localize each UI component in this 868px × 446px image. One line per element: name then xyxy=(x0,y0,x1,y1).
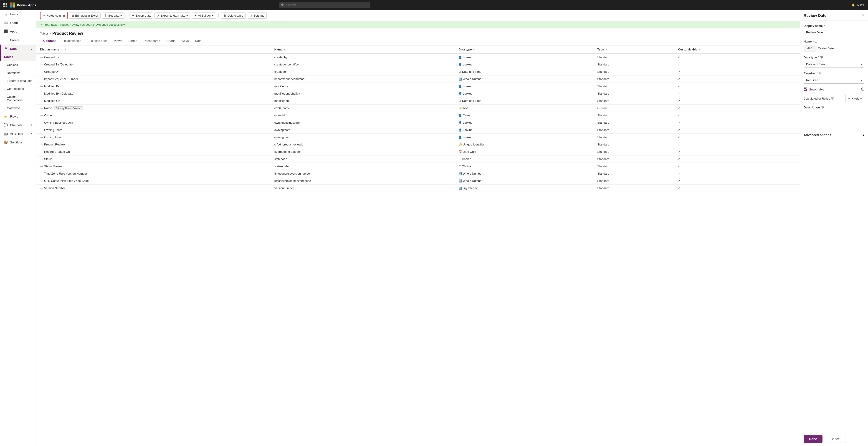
sidebar-item-ai-builder[interactable]: 🤖 AI Builder ▼ xyxy=(0,129,36,138)
notification-icon[interactable]: 🔔 xyxy=(851,3,855,7)
cell-customizable: ✓ xyxy=(674,90,800,97)
col-header-display-name[interactable]: Display name ↑↓▼ xyxy=(36,45,271,54)
row-more-icon[interactable]: ··· xyxy=(40,93,43,95)
data-type-select[interactable]: Date and Time Date Only Text Whole Numbe… xyxy=(804,61,864,68)
sidebar-item-gateways[interactable]: Gateways xyxy=(0,104,36,112)
col-header-customizable[interactable]: Customizable ▼ xyxy=(674,45,800,54)
edit-excel-button[interactable]: ⊞ Edit data in Excel xyxy=(69,12,100,19)
row-more-icon[interactable]: ··· xyxy=(40,63,43,66)
microsoft-logo xyxy=(10,2,15,7)
table-row: ··· Time Zone Rule Version Numbertimezon… xyxy=(36,170,800,177)
cell-name: modifiedonbehalfby xyxy=(271,90,455,97)
search-input[interactable] xyxy=(279,2,370,8)
add-column-button[interactable]: ＋ + Add column xyxy=(40,12,68,19)
tab-forms[interactable]: Forms xyxy=(125,37,140,45)
cell-display-name: ··· Modified On xyxy=(36,97,271,105)
panel-close-button[interactable]: × xyxy=(862,13,864,18)
row-more-icon[interactable]: ··· xyxy=(40,136,43,139)
row-more-icon[interactable]: ··· xyxy=(40,158,43,161)
description-info-icon[interactable]: ⓘ xyxy=(821,105,824,109)
cell-type: Standard xyxy=(594,54,674,61)
sidebar-item-flows[interactable]: ⚡ Flows xyxy=(0,112,36,121)
tab-views[interactable]: Views xyxy=(111,37,125,45)
cell-name: createdby xyxy=(271,54,455,61)
add-calc-button[interactable]: ＋ + Add ▾ xyxy=(845,95,864,102)
required-select[interactable]: Required Optional xyxy=(804,77,864,84)
tab-data[interactable]: Data xyxy=(192,37,205,45)
export-data-button[interactable]: ↦ Export data xyxy=(129,12,153,19)
home-icon: ⌂ xyxy=(4,12,8,16)
description-textarea[interactable] xyxy=(804,111,864,129)
description-group: Description ⓘ xyxy=(804,105,864,130)
name-suffix-input[interactable] xyxy=(816,45,864,52)
add-column-label: + Add column xyxy=(47,14,65,17)
row-more-icon[interactable]: ··· xyxy=(40,78,43,80)
sidebar-item-solutions[interactable]: 📦 Solutions xyxy=(0,138,36,147)
col-header-type[interactable]: Type ▼ xyxy=(594,45,674,54)
row-more-icon[interactable]: ··· xyxy=(40,100,43,102)
row-more-icon[interactable]: ··· xyxy=(40,151,43,153)
tab-relationships[interactable]: Relationships xyxy=(60,37,85,45)
sidebar-item-custom-connectors[interactable]: Custom Connectors xyxy=(0,93,36,104)
data-type-select-wrap: Date and Time Date Only Text Whole Numbe… xyxy=(804,61,864,68)
col-header-data-type[interactable]: Data type ▼ xyxy=(455,45,594,54)
row-more-icon[interactable]: ··· xyxy=(40,143,43,146)
data-type-info-icon[interactable]: ⓘ xyxy=(820,56,823,59)
chatbots-expand-icon: ▼ xyxy=(30,124,33,126)
settings-button[interactable]: ⚙ Settings xyxy=(247,12,267,19)
sidebar-item-learn[interactable]: 📖 Learn xyxy=(0,19,36,27)
sidebar-item-connections[interactable]: Connections xyxy=(0,85,36,93)
panel-title: Review Date xyxy=(804,13,826,18)
export-lake-button[interactable]: ↗ Export to data lake ▾ xyxy=(154,12,190,19)
calc-info-icon[interactable]: ⓘ xyxy=(831,96,834,100)
required-info-icon[interactable]: ⓘ xyxy=(819,71,822,75)
sidebar-item-home[interactable]: ⌂ Home xyxy=(0,10,36,19)
row-more-icon[interactable]: ··· xyxy=(40,107,43,110)
col-header-name[interactable]: Name ▼ xyxy=(271,45,455,54)
data-type-required-marker: * xyxy=(818,56,819,59)
cancel-button[interactable]: Cancel xyxy=(825,435,846,443)
done-button[interactable]: Done xyxy=(804,435,823,443)
success-icon: ✓ xyxy=(40,23,42,26)
row-more-icon[interactable]: ··· xyxy=(40,56,43,59)
row-more-icon[interactable]: ··· xyxy=(40,71,43,73)
sidebar-item-dataflows[interactable]: Dataflows xyxy=(0,69,36,77)
tab-dashboards[interactable]: Dashboards xyxy=(141,37,163,45)
row-more-icon[interactable]: ··· xyxy=(40,173,43,175)
table-row: ··· Created Bycreatedby👤LookupStandard✓ xyxy=(36,54,800,61)
row-more-icon[interactable]: ··· xyxy=(40,165,43,168)
tab-business-rules[interactable]: Business rules xyxy=(85,37,111,45)
banner-message: Your table Product Review has been provi… xyxy=(44,23,125,26)
sidebar-item-tables[interactable]: Tables xyxy=(0,53,36,61)
sidebar-item-apps[interactable]: ⬛ Apps xyxy=(0,27,36,36)
sidebar-item-create[interactable]: ＋ Create xyxy=(0,36,36,44)
breadcrumb-parent[interactable]: Tables xyxy=(40,32,49,35)
row-more-icon[interactable]: ··· xyxy=(40,114,43,117)
row-more-icon[interactable]: ··· xyxy=(40,187,43,190)
sidebar-item-export[interactable]: Export to data lake xyxy=(0,77,36,85)
breadcrumb: Tables › Product Review xyxy=(36,28,800,37)
sidebar-item-data[interactable]: 🗄 Data ▲ xyxy=(0,44,36,53)
row-more-icon[interactable]: ··· xyxy=(40,85,43,88)
searchable-info-icon[interactable]: ⓘ xyxy=(861,87,864,91)
display-name-required-marker: * xyxy=(824,24,825,28)
tab-charts[interactable]: Charts xyxy=(163,37,179,45)
row-more-icon[interactable]: ··· xyxy=(40,129,43,131)
name-info-icon[interactable]: ⓘ xyxy=(814,40,817,43)
row-more-icon[interactable]: ··· xyxy=(40,122,43,124)
display-name-input[interactable] xyxy=(804,29,864,36)
ai-builder-button[interactable]: ✦ AI Builder ▾ xyxy=(192,12,216,19)
sidebar-item-chatbots[interactable]: 💬 Chatbots ▼ xyxy=(0,121,36,129)
delete-table-button[interactable]: 🗑 Delete table xyxy=(221,12,246,19)
cell-display-name: ··· Product Review xyxy=(36,141,271,148)
right-panel: Review Date × Display name * Name * ⓘ xyxy=(800,10,868,446)
sidebar-item-choices[interactable]: Choices xyxy=(0,61,36,69)
searchable-checkbox[interactable] xyxy=(804,88,807,91)
cell-data-type: ☰Choice xyxy=(455,156,594,163)
tab-columns[interactable]: Columns xyxy=(40,37,60,45)
get-data-button[interactable]: ⇩ Get data ▾ xyxy=(102,12,125,19)
row-more-icon[interactable]: ··· xyxy=(40,180,43,182)
advanced-options-row[interactable]: Advanced options ▾ xyxy=(804,133,864,137)
apps-grid-icon[interactable] xyxy=(3,3,7,7)
tab-keys[interactable]: Keys xyxy=(179,37,192,45)
